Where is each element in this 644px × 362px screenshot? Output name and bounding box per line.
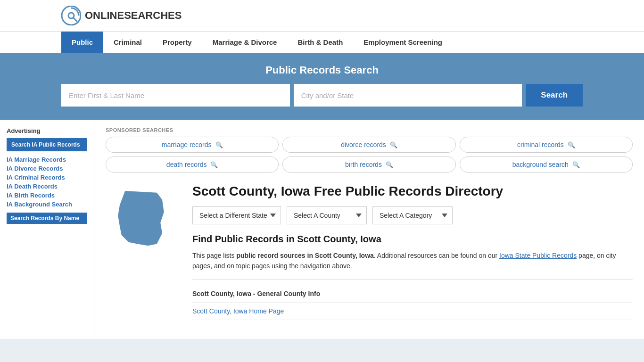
state-map xyxy=(106,184,181,320)
svg-line-2 xyxy=(73,17,77,21)
directory-info: Scott County, Iowa Free Public Records D… xyxy=(192,184,633,320)
find-records-title: Find Public Records in Scott County, Iow… xyxy=(192,234,633,245)
svg-point-0 xyxy=(62,6,81,25)
sponsored-birth[interactable]: birth records 🔍 xyxy=(282,156,455,173)
iowa-state-link[interactable]: Iowa State Public Records xyxy=(499,252,577,259)
logo-text: ONLINESEARCHES xyxy=(85,9,182,22)
site-header: ONLINESEARCHES xyxy=(0,0,644,31)
search-icon-background: 🔍 xyxy=(572,161,580,168)
main-wrapper: Advertising Search IA Public Records IA … xyxy=(0,120,644,339)
county-dropdown[interactable]: Select A County xyxy=(287,206,367,224)
dropdowns: Select a Different State Select A County… xyxy=(192,206,633,224)
find-records-desc: This page lists public record sources in… xyxy=(192,250,633,272)
main-nav: Public Criminal Property Marriage & Divo… xyxy=(0,31,644,53)
nav-employment[interactable]: Employment Screening xyxy=(353,32,453,53)
location-input[interactable] xyxy=(294,84,522,107)
nav-birth-death[interactable]: Birth & Death xyxy=(287,32,353,53)
sponsored-death[interactable]: death records 🔍 xyxy=(106,156,279,173)
name-input[interactable] xyxy=(61,84,290,107)
iowa-map-svg xyxy=(106,184,176,255)
search-icon-birth: 🔍 xyxy=(386,161,393,168)
search-banner-title: Public Records Search xyxy=(61,64,583,76)
nav-marriage-divorce[interactable]: Marriage & Divorce xyxy=(202,32,288,53)
sidebar-link-marriage[interactable]: IA Marriage Records xyxy=(7,156,87,163)
category-dropdown[interactable]: Select A Category xyxy=(372,206,453,224)
directory-title: Scott County, Iowa Free Public Records D… xyxy=(192,184,633,199)
sidebar-link-death[interactable]: IA Death Records xyxy=(7,183,87,190)
search-icon-death: 🔍 xyxy=(210,161,218,168)
search-form: Search xyxy=(61,84,583,107)
home-page-link[interactable]: Scott County, Iowa Home Page xyxy=(192,307,284,315)
sponsored-divorce[interactable]: divorce records 🔍 xyxy=(282,137,455,153)
search-banner: Public Records Search Search xyxy=(0,53,644,120)
content-area: SPONSORED SEARCHES marriage records 🔍 di… xyxy=(94,120,644,339)
sidebar-link-background[interactable]: IA Background Search xyxy=(7,201,87,208)
divider xyxy=(192,279,633,280)
sponsored-label: SPONSORED SEARCHES xyxy=(106,127,633,133)
sponsored-background[interactable]: background search 🔍 xyxy=(460,156,633,173)
nav-property[interactable]: Property xyxy=(152,32,202,53)
nav-criminal[interactable]: Criminal xyxy=(103,32,152,53)
section-home-page: Scott County, Iowa Home Page xyxy=(192,303,633,320)
search-by-name-label: Search Records By Name xyxy=(7,213,87,224)
sponsored-marriage[interactable]: marriage records 🔍 xyxy=(106,137,279,153)
sidebar: Advertising Search IA Public Records IA … xyxy=(0,120,94,339)
search-ia-button[interactable]: Search IA Public Records xyxy=(7,138,87,151)
search-icon-marriage: 🔍 xyxy=(215,141,223,148)
sidebar-link-birth[interactable]: IA Birth Records xyxy=(7,192,87,199)
state-dropdown[interactable]: Select a Different State xyxy=(192,206,281,224)
nav-public[interactable]: Public xyxy=(61,32,103,53)
search-button[interactable]: Search xyxy=(526,84,583,107)
sponsored-criminal[interactable]: criminal records 🔍 xyxy=(460,137,633,153)
directory-section: Scott County, Iowa Free Public Records D… xyxy=(106,184,633,320)
logo[interactable]: ONLINESEARCHES xyxy=(61,6,182,25)
search-icon-criminal: 🔍 xyxy=(568,141,575,148)
advertising-label: Advertising xyxy=(7,127,87,134)
sidebar-link-criminal[interactable]: IA Criminal Records xyxy=(7,174,87,181)
logo-icon xyxy=(61,6,81,25)
section-general-info: Scott County, Iowa - General County Info xyxy=(192,285,633,303)
sponsored-grid: marriage records 🔍 divorce records 🔍 cri… xyxy=(106,137,633,173)
sidebar-link-divorce[interactable]: IA Divorce Records xyxy=(7,165,87,172)
search-icon-divorce: 🔍 xyxy=(390,141,397,148)
